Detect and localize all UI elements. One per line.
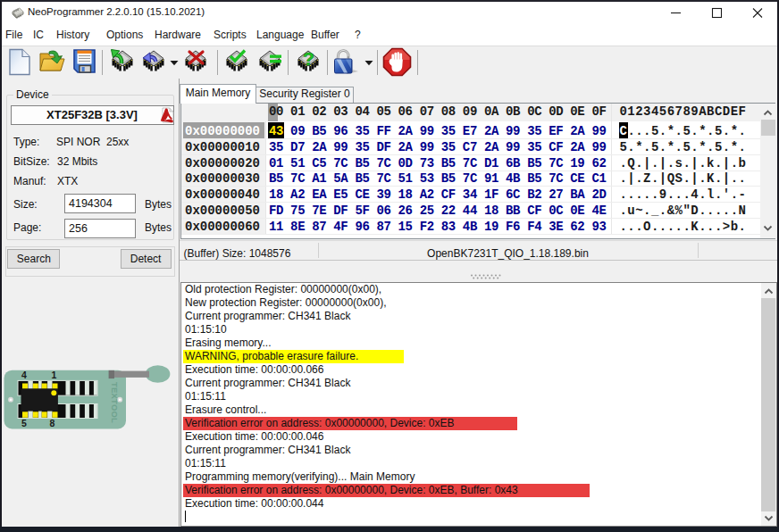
svg-text:TEXTOOL: TEXTOOL [110,382,120,423]
svg-text:4: 4 [21,370,27,380]
svg-text:?: ? [303,49,314,69]
svg-text:8: 8 [50,418,55,428]
svg-text:1: 1 [52,370,57,380]
svg-text:5: 5 [21,418,27,428]
